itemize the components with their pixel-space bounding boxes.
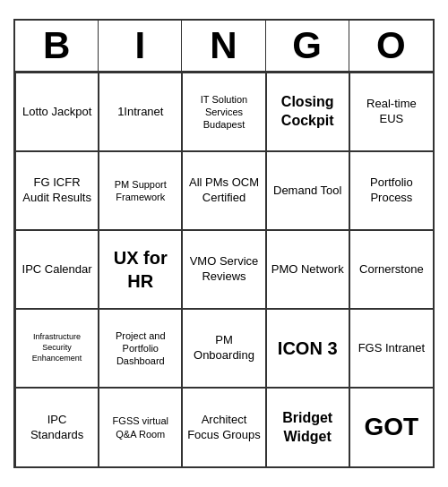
header-b: B: [15, 21, 99, 71]
bingo-cell: FGS Intranet: [349, 309, 433, 388]
header-i: I: [99, 21, 182, 71]
bingo-cell: Bridget Widget: [266, 388, 349, 466]
bingo-cell: Demand Tool: [266, 151, 349, 230]
bingo-cell: Project and Portfolio Dashboard: [99, 309, 182, 388]
bingo-cell: 1Intranet: [99, 73, 182, 151]
bingo-cell: Real-time EUS: [349, 73, 433, 151]
bingo-header: B I N G O: [15, 21, 433, 73]
bingo-cell: IT Solution Services Budapest: [182, 73, 265, 151]
bingo-cell: PM Onboarding: [182, 309, 265, 388]
bingo-grid: Lotto Jackpot1IntranetIT Solution Servic…: [15, 73, 433, 466]
bingo-cell: All PMs OCM Certified: [182, 151, 265, 230]
bingo-cell: VMO Service Reviews: [182, 230, 265, 309]
bingo-cell: Closing Cockpit: [266, 73, 349, 151]
bingo-cell: Lotto Jackpot: [15, 73, 99, 151]
bingo-cell: IPC Calendar: [15, 230, 99, 309]
bingo-cell: IPC Standards: [15, 388, 99, 466]
bingo-cell: Portfolio Process: [349, 151, 433, 230]
bingo-cell: ICON 3: [266, 309, 349, 388]
header-n: N: [182, 21, 265, 71]
bingo-cell: PM Support Framework: [99, 151, 182, 230]
bingo-cell: FG ICFR Audit Results: [15, 151, 99, 230]
bingo-cell: PMO Network: [266, 230, 349, 309]
bingo-cell: Cornerstone: [349, 230, 433, 309]
header-g: G: [266, 21, 349, 71]
bingo-cell: Architect Focus Groups: [182, 388, 265, 466]
bingo-cell: Infrastructure Security Enhancement: [15, 309, 99, 388]
bingo-cell: UX for HR: [99, 230, 182, 309]
header-o: O: [349, 21, 433, 71]
bingo-cell: FGSS virtual Q&A Room: [99, 388, 182, 466]
bingo-card: B I N G O Lotto Jackpot1IntranetIT Solut…: [13, 19, 435, 468]
bingo-cell: GOT: [349, 388, 433, 466]
